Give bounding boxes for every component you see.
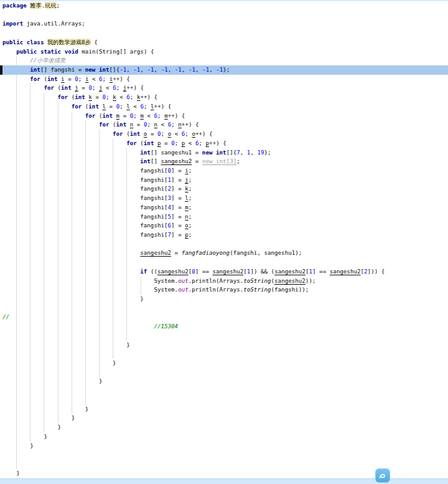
code-line[interactable]: //15304 <box>0 322 448 331</box>
code-line[interactable] <box>0 331 448 341</box>
code-line[interactable] <box>0 368 448 377</box>
code-line[interactable]: for (int o = 0; o < 6; o++) { <box>0 130 448 139</box>
code-line[interactable]: } <box>0 405 448 414</box>
ime-indicator-button[interactable] <box>375 468 390 483</box>
code-line[interactable]: fangshi[0] = i; <box>0 166 448 176</box>
ime-indicator-icon <box>377 470 388 482</box>
code-line[interactable]: for (int j = 0; j < 6; j++) { <box>0 83 448 93</box>
code-line[interactable]: public class 我的数学游戏8步 { <box>0 38 448 47</box>
code-line[interactable]: } <box>0 341 448 350</box>
code-line[interactable]: int[] fangshi = new int[]{-1, -1, -1, -1… <box>0 65 448 75</box>
code-line[interactable]: } <box>0 414 448 423</box>
code-line[interactable]: import java.util.Arrays; <box>0 19 448 29</box>
code-line[interactable]: for (int l = 0; l < 6; l++) { <box>0 102 448 112</box>
code-lines: package 雅李.玩玩;import java.util.Arrays;pu… <box>0 1 448 479</box>
code-line[interactable] <box>0 450 448 460</box>
code-line[interactable]: for (int p = 0; p < 6; p++) { <box>0 139 448 148</box>
code-line[interactable]: // <box>0 313 448 322</box>
code-line[interactable]: fangshi[1] = j; <box>0 176 448 185</box>
code-line[interactable]: for (int m = 0; m < 6; m++) { <box>0 112 448 121</box>
code-line[interactable] <box>0 349 448 359</box>
caret <box>0 65 2 75</box>
code-line[interactable]: fangshi[6] = o; <box>0 221 448 230</box>
code-line[interactable] <box>0 240 448 249</box>
code-line[interactable]: //小学改猜类 <box>0 56 448 65</box>
code-line[interactable]: fangshi[2] = k; <box>0 184 448 194</box>
code-line[interactable]: for (int n = 0; n < 6; n++) { <box>0 120 448 130</box>
code-line[interactable] <box>0 29 448 38</box>
code-line[interactable]: System.out.println(Arrays.toString(sange… <box>0 277 448 286</box>
code-line[interactable]: public static void main(String[] args) { <box>0 47 448 57</box>
code-line[interactable]: for (int k = 0; k < 6; k++) { <box>0 93 448 102</box>
code-editor: package 雅李.玩玩;import java.util.Arrays;pu… <box>0 1 448 479</box>
code-line[interactable] <box>0 258 448 267</box>
code-line[interactable]: fangshi[3] = l; <box>0 194 448 203</box>
code-line[interactable]: sangeshu2 = fangfadiaoyong(fangshi, sang… <box>0 249 448 258</box>
code-line[interactable]: } <box>0 423 448 432</box>
code-line[interactable]: } <box>0 295 448 304</box>
code-line[interactable]: if ((sangeshu2[0] == sangeshu2[1]) && (s… <box>0 267 448 277</box>
code-line[interactable]: } <box>0 359 448 368</box>
code-line[interactable]: fangshi[4] = m; <box>0 203 448 212</box>
code-line[interactable]: for (int i = 0; i < 6; i++) { <box>0 75 448 84</box>
code-line[interactable]: System.out.println(Arrays.toString(fangs… <box>0 285 448 295</box>
code-line[interactable]: } <box>0 442 448 451</box>
code-line[interactable] <box>0 11 448 20</box>
code-line[interactable] <box>0 386 448 396</box>
code-line[interactable]: int[] sangeshu1 = new int[]{7, 1, 19}; <box>0 148 448 158</box>
code-line[interactable] <box>0 460 448 469</box>
code-line[interactable]: fangshi[7] = p; <box>0 230 448 240</box>
code-line[interactable] <box>0 396 448 405</box>
code-line[interactable]: package 雅李.玩玩; <box>0 1 448 11</box>
code-line[interactable]: int[] sangeshu2 = new int[3]; <box>0 157 448 166</box>
code-line[interactable]: } <box>0 377 448 386</box>
code-line[interactable] <box>0 304 448 313</box>
code-line[interactable]: } <box>0 432 448 442</box>
code-line[interactable]: fangshi[5] = n; <box>0 212 448 222</box>
